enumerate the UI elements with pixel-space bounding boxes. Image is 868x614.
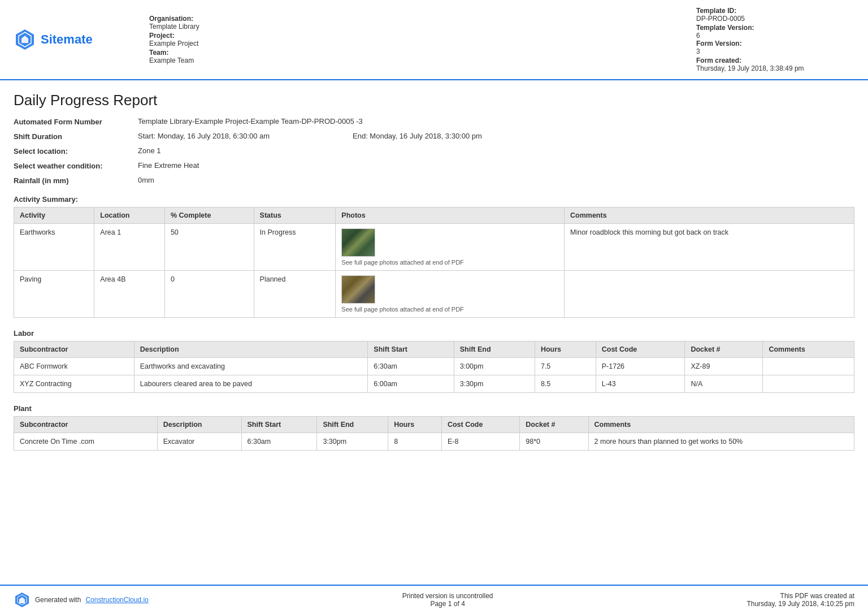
- footer-logo-icon: [14, 591, 31, 608]
- photos-cell: See full page photos attached at end of …: [336, 271, 565, 318]
- header-meta-right: Template ID: DP-PROD-0005 Template Versi…: [696, 7, 854, 72]
- rainfall-value: 0mm: [138, 176, 854, 184]
- construction-cloud-link[interactable]: ConstructionCloud.io: [85, 596, 148, 604]
- shift-duration-row: Shift Duration Start: Monday, 16 July 20…: [14, 132, 854, 141]
- activity-summary-title: Activity Summary:: [14, 195, 854, 204]
- plant-shift-end-col: Shift End: [317, 417, 388, 433]
- plant-header-row: Subcontractor Description Shift Start Sh…: [14, 417, 854, 433]
- select-location-row: Select location: Zone 1: [14, 146, 854, 155]
- photo-caption: See full page photos attached at end of …: [341, 306, 558, 313]
- header-meta-center: Organisation: Template Library Project: …: [149, 15, 674, 64]
- auto-form-number-label: Automated Form Number: [14, 117, 138, 126]
- comments-cell: Minor roadblock this morning but got bac…: [565, 224, 854, 271]
- photo-caption: See full page photos attached at end of …: [341, 259, 558, 266]
- labor-header-row: Subcontractor Description Shift Start Sh…: [14, 341, 854, 358]
- select-weather-value: Fine Extreme Heat: [138, 161, 854, 170]
- auto-form-number-row: Automated Form Number Template Library-E…: [14, 117, 854, 126]
- plant-docket-col: Docket #: [520, 417, 588, 433]
- logo-text: Sitemate: [41, 32, 93, 47]
- form-created-label: Form created:: [696, 57, 854, 64]
- plant-table: Subcontractor Description Shift Start Sh…: [14, 416, 854, 451]
- plant-description-cell: Excavator: [157, 433, 241, 451]
- print-notice: Printed version is uncontrolled: [402, 592, 493, 600]
- labor-description-col: Description: [134, 341, 368, 358]
- labor-cost-code-cell: P-1726: [596, 358, 685, 375]
- photo-thumbnail: [341, 228, 375, 257]
- plant-comments-cell: 2 more hours than planned to get works t…: [588, 433, 854, 451]
- labor-table-header: Subcontractor Description Shift Start Sh…: [14, 341, 854, 358]
- labor-comments-col: Comments: [763, 341, 854, 358]
- plant-row: Concrete On Time .com Excavator 6:30am 3…: [14, 433, 854, 451]
- labor-cost-code-col: Cost Code: [596, 341, 685, 358]
- template-version-line: Template Version: 6 Form Version: 3: [696, 24, 854, 55]
- team-label: Team:: [149, 49, 674, 57]
- plant-cost-code-col: Cost Code: [441, 417, 519, 433]
- labor-shift-end-col: Shift End: [454, 341, 535, 358]
- team-line: Team: Example Team: [149, 49, 674, 64]
- labor-table: Subcontractor Description Shift Start Sh…: [14, 341, 854, 393]
- org-value: Template Library: [149, 23, 674, 31]
- activity-cell: Earthworks: [14, 224, 94, 271]
- labor-description-cell: Earthworks and excavating: [134, 358, 368, 375]
- select-location-value: Zone 1: [138, 146, 854, 155]
- labor-docket-cell: XZ-89: [685, 358, 763, 375]
- percent-complete-col-header: % Complete: [164, 207, 254, 224]
- form-created-line: Form created: Thursday, 19 July 2018, 3:…: [696, 57, 854, 72]
- labor-shift-start-cell: 6:30am: [368, 358, 454, 375]
- comments-col-header: Comments: [565, 207, 854, 224]
- pdf-created-value: Thursday, 19 July 2018, 4:10:25 pm: [747, 600, 854, 608]
- org-line: Organisation: Template Library: [149, 15, 674, 31]
- auto-form-number-value: Template Library-Example Project-Example…: [138, 117, 854, 126]
- plant-hours-col: Hours: [388, 417, 442, 433]
- plant-body: Concrete On Time .com Excavator 6:30am 3…: [14, 433, 854, 451]
- team-value: Example Team: [149, 57, 674, 64]
- location-cell: Area 4B: [94, 271, 165, 318]
- percent-complete-cell: 0: [164, 271, 254, 318]
- labor-docket-cell: N/A: [685, 375, 763, 393]
- shift-duration-label: Shift Duration: [14, 132, 138, 141]
- labor-comments-cell: [763, 375, 854, 393]
- generated-with-label: Generated with: [35, 596, 81, 604]
- footer-right: This PDF was created at Thursday, 19 Jul…: [747, 592, 854, 608]
- photo-image: [342, 229, 375, 256]
- labor-section-title: Labor: [14, 329, 854, 338]
- activity-summary-table-header: Activity Location % Complete Status Phot…: [14, 207, 854, 224]
- form-version-label: Form Version:: [696, 40, 854, 47]
- labor-hours-cell: 7.5: [535, 358, 596, 375]
- template-id-value: DP-PROD-0005: [696, 15, 854, 23]
- labor-hours-col: Hours: [535, 341, 596, 358]
- activity-col-header: Activity: [14, 207, 94, 224]
- activity-cell: Paving: [14, 271, 94, 318]
- plant-subcontractor-cell: Concrete On Time .com: [14, 433, 158, 451]
- template-version-value: 6: [696, 32, 854, 40]
- labor-shift-end-cell: 3:00pm: [454, 358, 535, 375]
- template-version-label: Template Version:: [696, 24, 854, 32]
- template-id-label: Template ID:: [696, 7, 854, 15]
- plant-cost-code-cell: E-8: [441, 433, 519, 451]
- status-cell: Planned: [254, 271, 336, 318]
- sitemate-logo-icon: [14, 28, 36, 51]
- template-id-line: Template ID: DP-PROD-0005: [696, 7, 854, 23]
- shift-end-value: End: Monday, 16 July 2018, 3:30:00 pm: [353, 132, 854, 140]
- activity-summary-table: Activity Location % Complete Status Phot…: [14, 207, 854, 318]
- photo-image: [342, 276, 375, 303]
- plant-description-col: Description: [157, 417, 241, 433]
- plant-section-title: Plant: [14, 404, 854, 413]
- activity-summary-body: Earthworks Area 1 50 In Progress See ful…: [14, 224, 854, 318]
- plant-docket-cell: 98*0: [520, 433, 588, 451]
- labor-docket-col: Docket #: [685, 341, 763, 358]
- page-title: Daily Progress Report: [14, 92, 854, 109]
- plant-hours-cell: 8: [388, 433, 442, 451]
- footer-left: Generated with ConstructionCloud.io: [14, 591, 149, 608]
- percent-complete-cell: 50: [164, 224, 254, 271]
- labor-cost-code-cell: L-43: [596, 375, 685, 393]
- labor-description-cell: Labourers cleared area to be paved: [134, 375, 368, 393]
- plant-shift-end-cell: 3:30pm: [317, 433, 388, 451]
- photos-cell: See full page photos attached at end of …: [336, 224, 565, 271]
- rainfall-label: Rainfall (in mm): [14, 176, 138, 185]
- status-col-header: Status: [254, 207, 336, 224]
- labor-shift-end-cell: 3:30pm: [454, 375, 535, 393]
- org-label: Organisation:: [149, 15, 674, 23]
- labor-hours-cell: 8.5: [535, 375, 596, 393]
- logo-area: Sitemate: [14, 28, 127, 51]
